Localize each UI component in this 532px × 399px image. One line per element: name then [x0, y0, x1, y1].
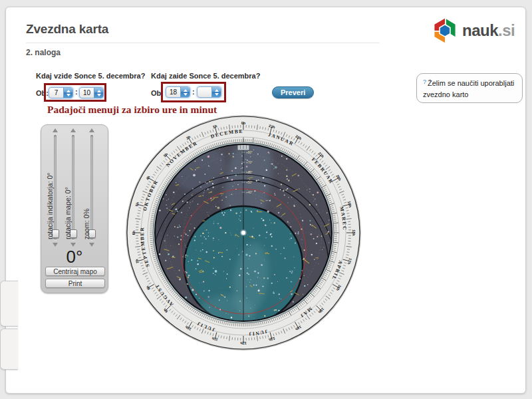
- indicator-rotation-slider[interactable]: [54, 135, 57, 240]
- page-title: Zvezdna karta: [26, 22, 108, 37]
- help-link-line2: zvezdno karto: [423, 90, 468, 98]
- nauk-logo-icon: [430, 16, 460, 45]
- svg-text:12h: 12h: [240, 341, 247, 345]
- help-link-line1: Želim se naučiti uporabljati: [428, 79, 514, 87]
- planisphere-svg[interactable]: 0h1h2h3h4h5h6h7h8h9h10h11h12h13h14h15h16…: [120, 110, 366, 356]
- task-label: 2. naloga: [26, 48, 61, 57]
- slider-up-arrow[interactable]: [89, 128, 94, 132]
- question-sunrise: Kdaj vzide Sonce 5. decembra?: [36, 72, 145, 80]
- svg-text:+70°: +70°: [246, 161, 253, 164]
- question-mark-icon: ?: [423, 78, 426, 85]
- center-map-button[interactable]: Centriraj mapo: [45, 267, 105, 276]
- sunrise-hour-value[interactable]: 7: [49, 89, 63, 96]
- sunset-minute-stepper[interactable]: [197, 86, 221, 98]
- svg-text:0h: 0h: [241, 121, 246, 125]
- sunset-hour-stepper[interactable]: 18: [166, 86, 190, 98]
- stepper-arrows-icon[interactable]: [63, 88, 72, 98]
- indicator-rotation-label: rotacija indikatorja: 0°: [46, 173, 54, 240]
- svg-text:+60°: +60°: [246, 171, 253, 174]
- svg-text:6h: 6h: [132, 230, 136, 235]
- zoom-slider[interactable]: [90, 135, 93, 240]
- svg-text:+40°: +40°: [246, 191, 253, 194]
- sunset-hour-value[interactable]: 18: [166, 88, 180, 96]
- print-button[interactable]: Print: [45, 279, 105, 288]
- nauk-logo-text: nauk.si: [462, 21, 515, 40]
- check-button[interactable]: Preveri: [272, 86, 314, 98]
- zoom-label: zoom: 0%: [82, 208, 90, 239]
- svg-text:18h: 18h: [352, 229, 356, 236]
- stepper-arrows-icon[interactable]: [180, 87, 190, 97]
- nauk-logo[interactable]: nauk.si: [430, 16, 515, 45]
- map-rotation-slider[interactable]: [72, 135, 74, 240]
- help-link-box[interactable]: ?Želim se naučiti uporabljati zvezdno ka…: [416, 73, 523, 103]
- stepper-arrows-icon[interactable]: [94, 88, 103, 98]
- stepper-arrows-icon[interactable]: [211, 87, 221, 97]
- tab-orodja[interactable]: Orodja: [0, 329, 18, 370]
- tab-o-gradivu[interactable]: i O gradivu: [0, 281, 18, 327]
- map-rotation-label: rotacija mape: 0°: [64, 187, 72, 239]
- time-colon: :: [192, 88, 195, 96]
- svg-text:+80°: +80°: [246, 151, 253, 154]
- time-colon: :: [75, 88, 78, 96]
- sunrise-hour-stepper[interactable]: 7: [49, 87, 73, 98]
- question-sunset: Kdaj zaide Sonce 5. decembra?: [151, 72, 260, 80]
- content-card: Zvezdna karta 2. naloga nauk.si Kdaj vzi…: [5, 7, 526, 394]
- slider-up-arrow[interactable]: [70, 128, 76, 132]
- sunrise-minute-value[interactable]: 10: [80, 89, 94, 96]
- map-control-panel: rotacija indikatorja: 0° rotacija mape: …: [41, 124, 108, 293]
- planisphere[interactable]: 0h1h2h3h4h5h6h7h8h9h10h11h12h13h14h15h16…: [120, 110, 366, 356]
- svg-text:+50°: +50°: [246, 181, 253, 184]
- slider-up-arrow[interactable]: [53, 128, 58, 132]
- sunrise-minute-stepper[interactable]: 10: [79, 87, 104, 98]
- angle-display: 0°: [41, 247, 108, 267]
- title-divider: [26, 43, 380, 43]
- ob-label-sunrise: Ob:: [36, 89, 49, 97]
- ob-label-sunset: Ob:: [151, 89, 164, 97]
